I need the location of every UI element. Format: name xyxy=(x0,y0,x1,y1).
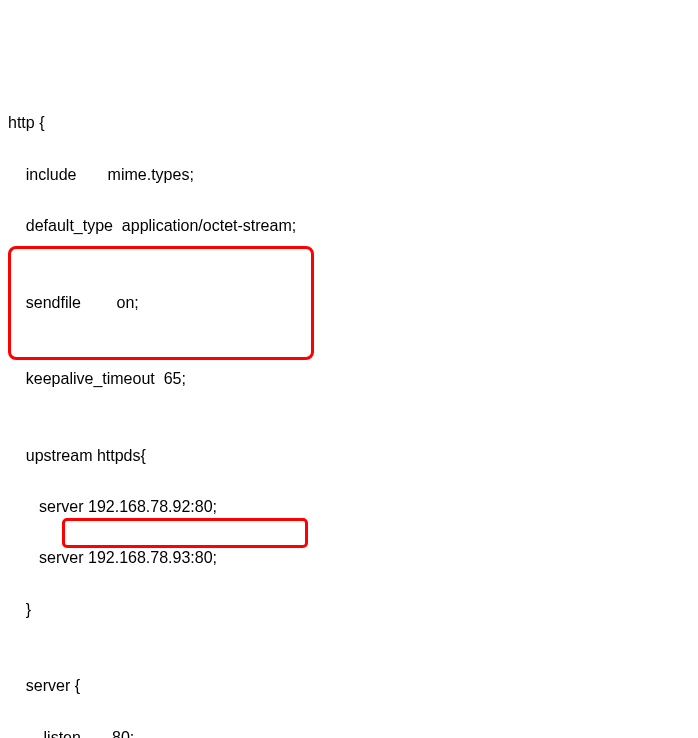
config-line-listen: listen 80; xyxy=(8,725,690,738)
config-line-server-open: server { xyxy=(8,673,690,699)
config-line-upstream-open: upstream httpds{ xyxy=(8,443,690,469)
config-line-http-open: http { xyxy=(8,110,690,136)
config-line-upstream-server2: server 192.168.78.93:80; xyxy=(8,545,690,571)
config-line-upstream-server1: server 192.168.78.92:80; xyxy=(8,494,690,520)
config-line-include: include mime.types; xyxy=(8,162,690,188)
config-line-upstream-close: } xyxy=(8,597,690,623)
config-line-default-type: default_type application/octet-stream; xyxy=(8,213,690,239)
config-line-keepalive: keepalive_timeout 65; xyxy=(8,366,690,392)
highlight-proxy-pass xyxy=(62,518,308,548)
config-line-sendfile: sendfile on; xyxy=(8,290,690,316)
